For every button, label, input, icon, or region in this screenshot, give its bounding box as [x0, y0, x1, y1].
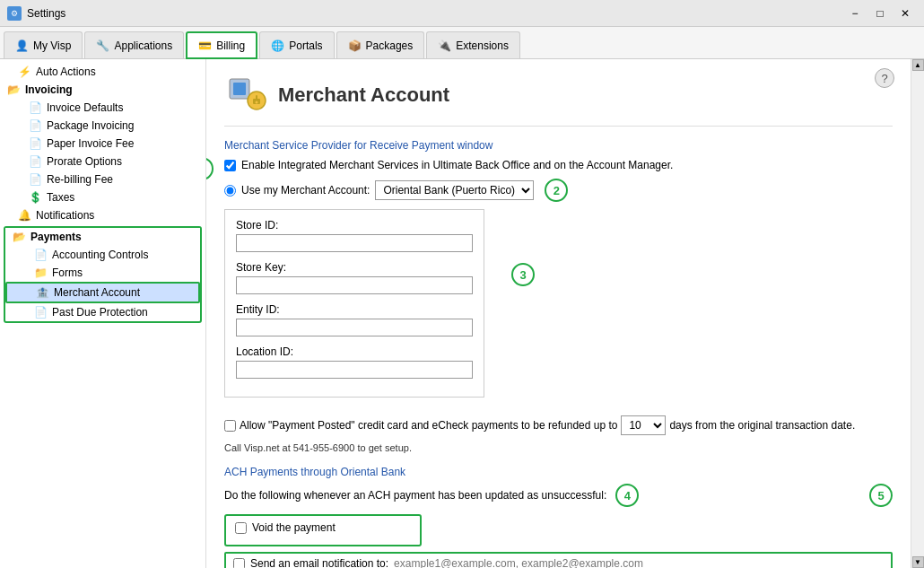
tab-extensions-label: Extensions — [456, 39, 509, 52]
tab-portals-label: Portals — [289, 39, 322, 52]
ach-title: ACH Payments through Oriental Bank — [224, 466, 893, 478]
merchant-account-dropdown[interactable]: Oriental Bank (Puerto Rico) — [375, 180, 534, 200]
minimize-button[interactable]: − — [843, 4, 867, 22]
doc-icon-re-billing-fee: 📄 — [29, 173, 42, 186]
sidebar-item-payments[interactable]: 📂 Payments — [5, 228, 200, 246]
send-email-label: Send an email notification to: — [250, 557, 388, 568]
page-title: Merchant Account — [278, 83, 449, 107]
tab-applications-icon: 🔧 — [96, 39, 109, 52]
tab-packages-label: Packages — [366, 39, 414, 52]
sidebar-item-re-billing-fee[interactable]: 📄 Re-billing Fee — [0, 170, 205, 188]
void-payment-checkbox[interactable] — [235, 522, 247, 534]
sidebar-label-notifications: Notifications — [36, 209, 94, 222]
tab-extensions[interactable]: 🔌 Extensions — [426, 31, 520, 58]
sidebar-item-merchant-account[interactable]: 🏦 Merchant Account — [5, 282, 200, 303]
sidebar-item-accounting-controls[interactable]: 📄 Accounting Controls — [5, 246, 200, 264]
page-header: Merchant Account — [224, 74, 893, 127]
allow-refund-checkbox[interactable] — [224, 420, 236, 432]
sidebar-item-forms[interactable]: 📁 Forms — [5, 264, 200, 282]
tab-packages-icon: 📦 — [348, 39, 362, 52]
bank-icon: 🏦 — [36, 286, 49, 299]
sidebar-item-invoice-defaults[interactable]: 📄 Invoice Defaults — [0, 99, 205, 117]
doc-icon-package-invoicing: 📄 — [29, 119, 42, 132]
sidebar-item-package-invoicing[interactable]: 📄 Package Invoicing — [0, 117, 205, 135]
section-title: Merchant Service Provider for Receive Pa… — [224, 139, 893, 152]
void-payment-group: Void the payment — [224, 514, 422, 546]
sidebar-item-prorate-options[interactable]: 📄 Prorate Options — [0, 153, 205, 170]
allow-refund-row: Allow "Payment Posted" credit card and e… — [224, 415, 893, 435]
callout-3: 3 — [511, 263, 535, 286]
sidebar-label-invoice-defaults: Invoice Defaults — [47, 101, 123, 114]
sidebar-label-re-billing-fee: Re-billing Fee — [47, 173, 113, 186]
tab-billing-icon: 💳 — [198, 39, 212, 52]
enable-integrated-row: Enable Integrated Merchant Services in U… — [224, 159, 893, 171]
doc-icon-past-due: 📄 — [34, 306, 48, 319]
store-id-input[interactable] — [236, 234, 473, 252]
store-key-input[interactable] — [236, 276, 473, 294]
doc-icon-paper-invoice-fee: 📄 — [29, 137, 42, 150]
sidebar-item-taxes[interactable]: 💲 Taxes — [0, 188, 205, 206]
allow-refund-label: Allow "Payment Posted" credit card and e… — [240, 419, 617, 432]
maximize-button[interactable]: □ — [868, 4, 892, 22]
sidebar-item-auto-actions[interactable]: ⚡ Auto Actions — [0, 63, 205, 81]
merchant-fields-group: Store ID: Store Key: Entity ID: Location… — [224, 209, 484, 398]
sidebar-label-payments: Payments — [31, 231, 82, 243]
tab-applications-label: Applications — [114, 39, 172, 52]
tab-billing[interactable]: 💳 Billing — [186, 31, 257, 59]
store-key-label: Store Key: — [236, 261, 473, 274]
tab-myvisp-icon: 👤 — [15, 39, 29, 52]
tab-extensions-icon: 🔌 — [438, 39, 451, 52]
tab-bar: 👤 My Visp 🔧 Applications 💳 Billing 🌐 Por… — [0, 27, 924, 59]
enable-integrated-label: Enable Integrated Merchant Services in U… — [241, 159, 673, 171]
days-dropdown[interactable]: 10 — [621, 415, 666, 435]
sidebar-item-paper-invoice-fee[interactable]: 📄 Paper Invoice Fee — [0, 135, 205, 153]
sidebar-label-auto-actions: Auto Actions — [36, 66, 96, 78]
location-id-field: Location ID: — [236, 345, 473, 379]
days-label: days from the original transaction date. — [669, 419, 855, 432]
sidebar-label-accounting-controls: Accounting Controls — [52, 249, 148, 261]
email-input[interactable] — [394, 557, 884, 568]
send-email-row: Send an email notification to: — [224, 552, 893, 568]
title-bar-left: ⚙ Settings — [7, 6, 65, 21]
doc-icon-invoice-defaults: 📄 — [29, 101, 42, 114]
help-button[interactable]: ? — [875, 68, 894, 88]
tab-applications[interactable]: 🔧 Applications — [84, 31, 184, 58]
void-payment-label: Void the payment — [252, 521, 336, 534]
store-key-field: Store Key: — [236, 261, 473, 294]
bell-icon: 🔔 — [18, 209, 31, 222]
location-id-label: Location ID: — [236, 345, 473, 358]
enable-integrated-checkbox[interactable] — [224, 160, 236, 171]
sidebar-label-forms: Forms — [52, 267, 83, 279]
entity-id-field: Entity ID: — [236, 303, 473, 336]
scroll-down-button[interactable]: ▼ — [912, 556, 924, 568]
sidebar-item-invoicing[interactable]: 📂 Invoicing — [0, 81, 205, 99]
svg-point-5 — [256, 101, 258, 104]
sidebar: ⚡ Auto Actions 📂 Invoicing 📄 Invoice Def… — [0, 59, 206, 568]
sidebar-label-invoicing: Invoicing — [25, 83, 73, 96]
scroll-up-button[interactable]: ▲ — [912, 59, 924, 71]
location-id-input[interactable] — [236, 361, 473, 379]
app-icon: ⚙ — [7, 6, 22, 21]
use-merchant-radio[interactable] — [224, 185, 236, 197]
scrollbar[interactable]: ▲ ▼ — [911, 59, 924, 568]
sidebar-label-package-invoicing: Package Invoicing — [47, 119, 134, 132]
callout-1: 1 — [206, 157, 214, 180]
send-email-checkbox[interactable] — [233, 558, 245, 569]
tab-portals[interactable]: 🌐 Portals — [259, 31, 334, 58]
close-button[interactable]: ✕ — [893, 4, 917, 22]
ach-section: ACH Payments through Oriental Bank Do th… — [224, 466, 893, 568]
lightning-icon: ⚡ — [18, 66, 31, 78]
svg-rect-4 — [256, 95, 257, 100]
sidebar-item-past-due-protection[interactable]: 📄 Past Due Protection — [5, 303, 200, 321]
svg-rect-1 — [233, 83, 246, 95]
tab-myvisp[interactable]: 👤 My Visp — [4, 31, 83, 58]
callout-5: 5 — [869, 484, 893, 507]
call-visp-text: Call Visp.net at 541-955-6900 to get set… — [224, 442, 893, 453]
content-area: ? Merchant Account Merchant Service Prov… — [206, 59, 911, 568]
tab-billing-label: Billing — [216, 39, 245, 52]
tab-packages[interactable]: 📦 Packages — [336, 31, 425, 58]
doc-icon-accounting: 📄 — [34, 249, 48, 261]
sidebar-item-notifications[interactable]: 🔔 Notifications — [0, 206, 205, 224]
tab-portals-icon: 🌐 — [271, 39, 284, 52]
entity-id-input[interactable] — [236, 319, 473, 336]
